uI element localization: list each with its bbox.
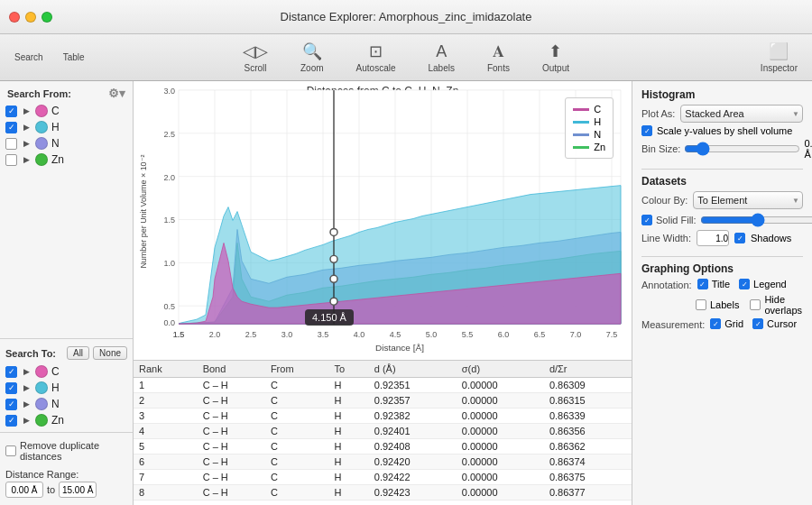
titlebar: Distance Explorer: Amorphous_zinc_imidaz… xyxy=(0,0,812,34)
minimize-button[interactable] xyxy=(25,12,36,23)
gear-icon[interactable]: ⚙▾ xyxy=(108,87,125,100)
cell-from: C xyxy=(265,439,329,454)
datasets-section: Datasets Colour By: To Element From Elem… xyxy=(641,169,803,249)
close-button[interactable] xyxy=(9,12,20,23)
checkbox-from-Zn[interactable] xyxy=(5,154,17,166)
table-row[interactable]: 3 C – H C H 0.92382 0.00000 0.86339 xyxy=(134,409,632,424)
labels-checkbox[interactable] xyxy=(696,299,706,310)
table-row[interactable]: 2 C – H C H 0.92357 0.00000 0.86315 xyxy=(134,393,632,409)
chart-area[interactable]: Distances from C to C, H, N, Zn xyxy=(134,81,632,361)
table-row[interactable]: 4 C – H C H 0.92401 0.00000 0.86356 xyxy=(134,424,632,439)
svg-text:5.0: 5.0 xyxy=(426,330,437,339)
title-checkbox[interactable] xyxy=(697,279,708,289)
tab-table[interactable]: Table xyxy=(56,49,92,66)
maximize-button[interactable] xyxy=(42,12,52,23)
expand-from-C[interactable]: ▶ xyxy=(21,106,32,116)
labels-tool[interactable]: A Labels xyxy=(420,39,461,77)
none-button[interactable]: None xyxy=(93,346,127,360)
search-to-row: Search To: All None xyxy=(0,343,133,363)
cell-bond: C – H xyxy=(198,409,265,424)
line-width-input[interactable] xyxy=(697,230,729,246)
right-panel: Histogram Plot As: Stacked Area Line Bar… xyxy=(632,81,812,505)
remove-dup-checkbox[interactable] xyxy=(5,445,16,456)
expand-from-Zn[interactable]: ▶ xyxy=(21,154,32,165)
table-row[interactable]: 8 C – H C H 0.92423 0.00000 0.86377 xyxy=(134,485,632,500)
legend-item-H: H xyxy=(573,116,605,127)
atom-to-N[interactable]: ▶ N xyxy=(0,396,133,412)
zoom-tool[interactable]: 🔍 Zoom xyxy=(293,38,331,77)
solid-fill-checkbox[interactable] xyxy=(641,215,652,225)
svg-text:3.0: 3.0 xyxy=(281,330,292,339)
cell-d: 0.92351 xyxy=(369,378,457,393)
cell-bond: C – H xyxy=(198,439,265,454)
cell-d: 0.92408 xyxy=(369,439,457,454)
fonts-icon: 𝐀 xyxy=(493,42,504,61)
plot-as-select[interactable]: Stacked Area Line Bar xyxy=(680,105,803,123)
expand-to-C[interactable]: ▶ xyxy=(21,366,32,377)
toolbar-left: Search Table xyxy=(7,49,92,66)
cell-to: H xyxy=(329,393,369,409)
svg-text:Number per Unit Volume × 10⁻²: Number per Unit Volume × 10⁻² xyxy=(139,154,148,268)
checkbox-to-H[interactable] xyxy=(5,382,17,394)
cell-sigma: 0.00000 xyxy=(457,409,544,424)
inspector-icon: ⬜ xyxy=(769,41,789,61)
solid-fill-slider[interactable] xyxy=(700,214,812,226)
col-to: To xyxy=(329,361,369,378)
legend-label: Legend xyxy=(753,279,787,289)
checkbox-to-C[interactable] xyxy=(5,366,17,378)
graphing-options-heading: Graphing Options xyxy=(641,262,803,275)
legend-color-N xyxy=(573,133,589,136)
expand-to-Zn[interactable]: ▶ xyxy=(21,415,32,426)
scale-y-checkbox[interactable] xyxy=(641,125,652,136)
fonts-tool[interactable]: 𝐀 Fonts xyxy=(480,39,517,77)
grid-checkbox[interactable] xyxy=(710,318,721,329)
scroll-tool[interactable]: ◁▷ Scroll xyxy=(235,38,275,77)
atom-to-Zn[interactable]: ▶ Zn xyxy=(0,412,133,428)
expand-to-H[interactable]: ▶ xyxy=(21,382,32,393)
inspector-button[interactable]: ⬜ Inspector xyxy=(753,38,805,77)
atom-from-N[interactable]: ▶ N xyxy=(0,135,133,152)
atom-to-C[interactable]: ▶ C xyxy=(0,363,133,380)
atom-from-Zn[interactable]: ▶ Zn xyxy=(0,152,133,168)
svg-text:3.0: 3.0 xyxy=(164,87,175,96)
checkbox-from-H[interactable] xyxy=(5,122,17,133)
table-row[interactable]: 7 C – H C H 0.92422 0.00000 0.86375 xyxy=(134,470,632,485)
atom-from-H[interactable]: ▶ H xyxy=(0,119,133,135)
line-width-row: Line Width: Shadows xyxy=(641,230,803,246)
expand-from-H[interactable]: ▶ xyxy=(21,122,32,133)
dist-min-input[interactable] xyxy=(5,482,43,498)
table-row[interactable]: 1 C – H C H 0.92351 0.00000 0.86309 xyxy=(134,378,632,393)
expand-to-N[interactable]: ▶ xyxy=(21,399,32,409)
atom-dot-to-N xyxy=(35,398,48,410)
colour-by-select[interactable]: To Element From Element Bond Type xyxy=(693,191,803,209)
measurement-row: Measurement: Grid Cursor xyxy=(641,318,803,331)
atom-to-H[interactable]: ▶ H xyxy=(0,380,133,396)
table-row[interactable]: 6 C – H C H 0.92420 0.00000 0.86374 xyxy=(134,454,632,470)
checkbox-from-C[interactable] xyxy=(5,106,17,117)
cell-bond: C – H xyxy=(198,424,265,439)
main-area: Search From: ⚙▾ ▶ C ▶ H ▶ N ▶ Zn xyxy=(0,81,812,505)
all-button[interactable]: All xyxy=(67,346,89,360)
table-row[interactable]: 5 C – H C H 0.92408 0.00000 0.86362 xyxy=(134,439,632,454)
cell-sigma: 0.00000 xyxy=(457,393,544,409)
checkbox-to-Zn[interactable] xyxy=(5,415,17,427)
atom-dot-H xyxy=(35,121,48,133)
tab-search[interactable]: Search xyxy=(7,49,51,66)
atom-from-C[interactable]: ▶ C xyxy=(0,103,133,119)
shadows-checkbox[interactable] xyxy=(734,233,745,243)
autoscale-tool[interactable]: ⊡ Autoscale xyxy=(349,38,403,77)
checkbox-from-N[interactable] xyxy=(5,138,17,150)
cursor-checkbox[interactable] xyxy=(752,318,763,329)
cell-d: 0.92420 xyxy=(369,454,457,470)
output-tool[interactable]: ⬆ Output xyxy=(535,38,577,77)
dist-max-input[interactable] xyxy=(59,482,97,498)
data-table[interactable]: Rank Bond From To d (Å) σ(d) d/Σr 1 C – … xyxy=(134,361,632,505)
checkbox-to-N[interactable] xyxy=(5,399,17,410)
labels-check-label: Labels xyxy=(710,299,739,310)
plot-as-label: Plot As: xyxy=(641,108,675,119)
expand-from-N[interactable]: ▶ xyxy=(21,138,32,149)
legend-checkbox[interactable] xyxy=(739,279,750,289)
bin-size-slider[interactable] xyxy=(684,142,800,155)
bin-size-label: Bin Size: xyxy=(641,143,680,154)
hide-overlaps-checkbox[interactable] xyxy=(750,299,761,310)
